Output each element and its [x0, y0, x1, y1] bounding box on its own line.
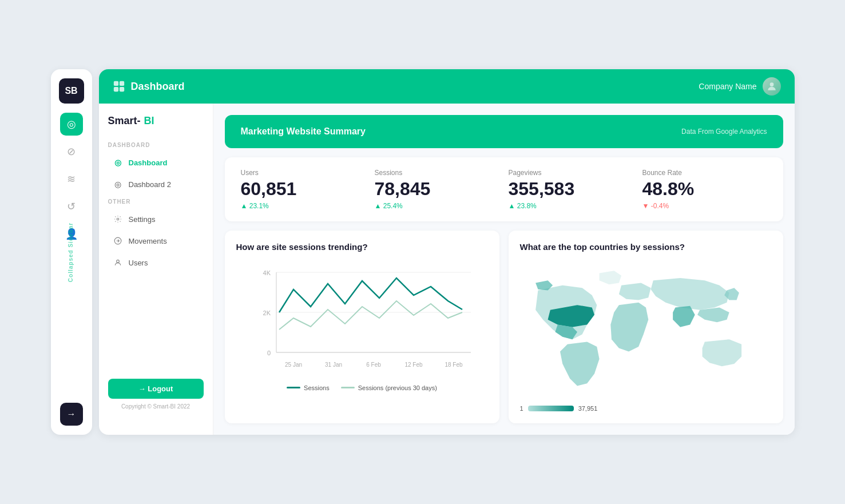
sidebar-item-dashboard2[interactable]: ◎ Dashboard 2 [104, 174, 208, 195]
sidebar-item-users-label: Users [129, 259, 148, 267]
sidebar-item-movements-label: Movements [129, 237, 167, 245]
nav-icon-reports[interactable]: ⊘ [60, 140, 83, 163]
avatar-icon [766, 81, 777, 92]
dashboard-grid-icon [113, 80, 125, 93]
metric-users: Users 60,851 ▲ 23.1% [241, 169, 366, 209]
main-area: Dashboard Company Name Smart-BI DASHB [99, 69, 795, 434]
copyright-text: Copyright © Smart-BI 2022 [108, 399, 204, 414]
collapsed-logout-button[interactable]: → [60, 403, 83, 426]
map-legend-max: 37,951 [578, 405, 598, 412]
metric-sessions: Sessions 78,845 ▲ 25.4% [375, 169, 499, 209]
svg-text:6 Feb: 6 Feb [366, 362, 381, 368]
section-dashboard-label: DASHBOARD [99, 138, 213, 152]
svg-point-4 [769, 83, 773, 87]
map-chart-title: What are the top countries by sessions? [520, 242, 772, 252]
sidebar-footer: → Logout Copyright © Smart-BI 2022 [99, 370, 213, 423]
metric-bounce: Bounce Rate 48.8% ▼ -0.4% [642, 169, 767, 209]
header-title: Dashboard [131, 81, 185, 93]
map-chart-card: What are the top countries by sessions? [509, 231, 783, 423]
logout-button[interactable]: → Logout [108, 379, 204, 399]
dashboard-content: Marketing Website Summary Data From Goog… [213, 104, 795, 434]
summary-title: Marketing Website Summary [241, 126, 366, 137]
sessions-line-chart: 4K 2K 0 25 Jan 31 Jan 6 Feb 12 Feb 18 Fe… [236, 261, 488, 375]
sidebar-vertical-label: Collapsed Sidebar [67, 222, 73, 281]
metric-pageviews-label: Pageviews [509, 169, 633, 177]
legend-sessions: Sessions [287, 384, 330, 391]
brand-smart: Smart- [108, 115, 141, 127]
svg-rect-0 [113, 81, 118, 86]
collapsed-sidebar: SB ◎ ⊘ ≋ ↺ 👤 → Collapsed Sidebar [51, 69, 92, 434]
users-icon [113, 257, 123, 268]
nav-icon-settings[interactable]: ≋ [60, 168, 83, 191]
map-legend-bar [528, 406, 574, 411]
map-container: 1 37,951 [520, 261, 772, 412]
charts-row: How are site sessions trending? 4K 2K 0 [225, 231, 783, 423]
world-map-svg [520, 261, 772, 398]
svg-text:0: 0 [267, 350, 270, 356]
metric-pageviews-change: ▲ 23.8% [509, 202, 633, 210]
summary-subtitle: Data From Google Analytics [681, 128, 767, 136]
metrics-row: Users 60,851 ▲ 23.1% Sessions 78,845 ▲ 2… [225, 157, 783, 221]
legend-sessions-prev-label: Sessions (previous 30 days) [358, 384, 437, 391]
summary-card: Marketing Website Summary Data From Goog… [225, 115, 783, 148]
legend-sessions-label: Sessions [304, 384, 330, 391]
sessions-chart-card: How are site sessions trending? 4K 2K 0 [225, 231, 499, 423]
sessions-chart-title: How are site sessions trending? [236, 242, 488, 252]
svg-point-5 [117, 219, 119, 221]
dashboard2-nav-icon: ◎ [113, 179, 123, 189]
legend-sessions-prev: Sessions (previous 30 days) [341, 384, 437, 391]
svg-text:4K: 4K [263, 269, 271, 276]
map-legend-min: 1 [520, 405, 523, 412]
svg-rect-3 [119, 87, 124, 92]
map-legend: 1 37,951 [520, 405, 772, 412]
metric-bounce-change: ▼ -0.4% [642, 202, 767, 210]
brand: Smart-BI [99, 115, 213, 138]
sidebar-item-dashboard-label: Dashboard [129, 158, 168, 167]
header-left: Dashboard [113, 80, 185, 93]
metric-pageviews-value: 355,583 [509, 179, 633, 199]
settings-icon [113, 214, 123, 224]
movements-icon [113, 236, 123, 246]
metric-bounce-value: 48.8% [642, 179, 767, 199]
sidebar-item-dashboard[interactable]: ◎ Dashboard [104, 152, 208, 173]
sidebar-item-movements[interactable]: Movements [104, 231, 208, 251]
logo: SB [59, 78, 84, 104]
svg-rect-1 [119, 81, 124, 86]
svg-point-7 [116, 260, 119, 263]
metric-pageviews: Pageviews 355,583 ▲ 23.8% [509, 169, 633, 209]
svg-text:2K: 2K [263, 309, 271, 316]
sidebar-item-users[interactable]: Users [104, 252, 208, 273]
metric-sessions-value: 78,845 [375, 179, 499, 199]
sidebar-item-dashboard2-label: Dashboard 2 [129, 180, 171, 189]
brand-bi: BI [144, 115, 154, 127]
metric-bounce-label: Bounce Rate [642, 169, 767, 177]
top-header: Dashboard Company Name [99, 69, 795, 104]
company-avatar [763, 77, 781, 96]
content-row: Smart-BI DASHBOARD ◎ Dashboard ◎ Dashboa… [99, 104, 795, 434]
left-sidebar: Smart-BI DASHBOARD ◎ Dashboard ◎ Dashboa… [99, 104, 213, 434]
sidebar-item-settings[interactable]: Settings [104, 209, 208, 229]
sessions-legend: Sessions Sessions (previous 30 days) [236, 384, 488, 391]
svg-rect-2 [113, 87, 118, 92]
outer-shell: SB ◎ ⊘ ≋ ↺ 👤 → Collapsed Sidebar Dashboa… [51, 69, 795, 434]
nav-icon-dashboard[interactable]: ◎ [60, 113, 83, 136]
metric-users-value: 60,851 [241, 179, 366, 199]
legend-sessions-prev-line [341, 387, 355, 388]
sidebar-item-settings-label: Settings [129, 215, 156, 224]
metric-users-change: ▲ 23.1% [241, 202, 366, 210]
svg-text:25 Jan: 25 Jan [284, 362, 301, 368]
metric-users-label: Users [241, 169, 366, 177]
metric-sessions-label: Sessions [375, 169, 499, 177]
header-right: Company Name [699, 77, 780, 96]
svg-text:18 Feb: 18 Feb [445, 362, 463, 368]
svg-text:12 Feb: 12 Feb [404, 362, 423, 368]
nav-icon-sync[interactable]: ↺ [60, 195, 83, 218]
section-other-label: OTHER [99, 195, 213, 208]
metric-sessions-change: ▲ 25.4% [375, 202, 499, 210]
svg-text:31 Jan: 31 Jan [324, 362, 342, 368]
dashboard-nav-icon: ◎ [113, 157, 123, 168]
legend-sessions-line [287, 387, 300, 388]
line-chart-container: 4K 2K 0 25 Jan 31 Jan 6 Feb 12 Feb 18 Fe… [236, 261, 488, 391]
company-name: Company Name [699, 82, 756, 91]
